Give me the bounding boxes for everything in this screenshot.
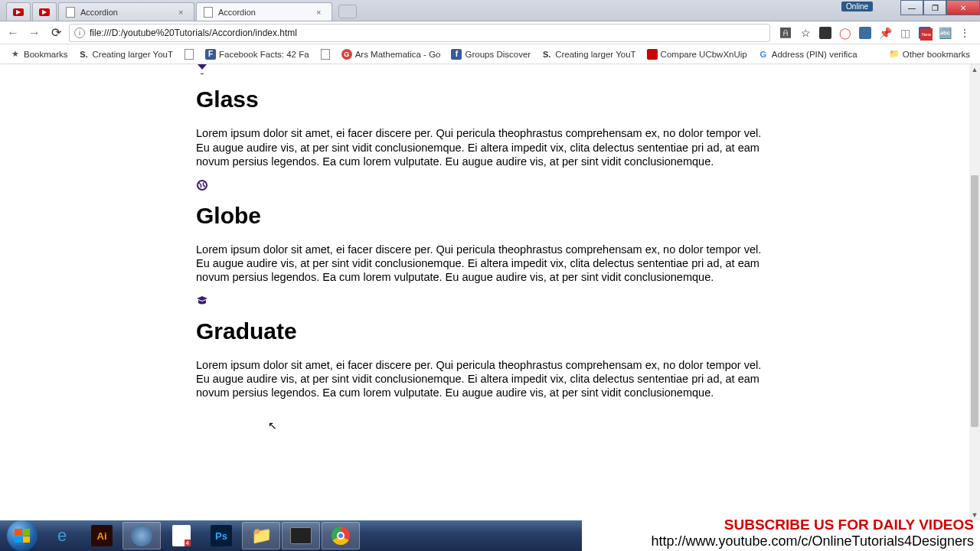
online-badge: Online — [841, 2, 873, 11]
tab-strip: ▶ ▶ Accordion × Accordion × Online — ❐ ✕ — [0, 0, 980, 21]
page-viewport: dolor tempor vel. Eu augue audire vis, a… — [0, 64, 969, 520]
site-icon: S. — [79, 49, 90, 60]
youtube-icon: ▶ — [39, 7, 50, 18]
bookmark-item[interactable]: GAddress (PIN) verifica — [754, 47, 861, 61]
page-content: dolor tempor vel. Eu augue audire vis, a… — [196, 64, 775, 411]
taskbar-explorer[interactable]: 📁 — [242, 522, 280, 549]
fb-icon: f — [451, 49, 462, 60]
bookmark-item[interactable] — [316, 47, 335, 61]
bookmark-item[interactable] — [180, 47, 198, 61]
taskbar-photoshop[interactable]: Ps — [202, 522, 240, 549]
bookmark-item[interactable]: GArs Mathematica - Go — [338, 47, 445, 61]
tab-accordion-2[interactable]: Accordion × — [196, 2, 332, 21]
start-button[interactable] — [3, 522, 41, 549]
glass-icon — [196, 64, 775, 77]
section-heading-globe: Globe — [196, 203, 775, 229]
address-bar-row: ← → ⟳ i file:///D:/youtube%20Tutorials/A… — [0, 21, 980, 44]
taskbar-ie[interactable]: e — [43, 522, 81, 549]
page-icon — [320, 49, 331, 60]
maximize-button[interactable]: ❐ — [923, 0, 946, 15]
g-icon: G — [341, 49, 352, 60]
bookmark-item[interactable]: FFacebook Facts: 42 Fa — [201, 47, 313, 61]
body-text: Lorem ipsum dolor sit amet, ei facer dis… — [196, 243, 775, 284]
bookmarks-label[interactable]: ★Bookmarks — [6, 47, 72, 61]
scroll-track[interactable] — [969, 75, 980, 510]
fb-icon: F — [205, 49, 216, 60]
youtube-icon: ▶ — [13, 7, 24, 18]
tab-title: Accordion — [218, 8, 312, 17]
globe-icon — [196, 179, 775, 194]
minimize-button[interactable]: — — [900, 0, 923, 15]
google-icon: G — [758, 49, 769, 60]
star-icon: ★ — [10, 49, 21, 60]
chrome-menu-button[interactable]: ⋮ — [959, 27, 971, 39]
svg-point-0 — [198, 181, 207, 190]
close-tab-icon[interactable]: × — [316, 8, 325, 17]
overlay-watermark: SUBSCRIBE US FOR DAILY VIDEOS http://www… — [651, 517, 974, 549]
other-bookmarks[interactable]: 📁Other bookmarks — [885, 47, 974, 61]
bookmark-item[interactable]: S.Creating larger YouT — [537, 47, 639, 61]
site-icon: S. — [541, 49, 552, 60]
taskbar-app-1[interactable] — [122, 522, 161, 549]
back-button[interactable]: ← — [5, 24, 21, 41]
ext-icon-2[interactable]: ◯ — [839, 27, 851, 39]
taskbar-terminal[interactable] — [282, 522, 320, 549]
bookmark-star-icon[interactable]: ☆ — [799, 27, 812, 39]
body-text: Lorem ipsum dolor sit amet, ei facer dis… — [196, 358, 775, 399]
ext-icon-5[interactable]: ◫ — [899, 27, 911, 39]
overlay-line2: http://www.youtube.com/c/OnlineTutorials… — [651, 533, 974, 549]
translate-icon[interactable]: 🅰 — [779, 27, 792, 39]
overlay-line1: SUBSCRIBE US FOR DAILY VIDEOS — [651, 517, 974, 533]
page-icon — [203, 7, 214, 18]
bookmark-item[interactable]: fGroups Discover — [447, 47, 534, 61]
page-icon — [65, 7, 76, 18]
tab-title: Accordion — [80, 8, 174, 17]
tab-youtube-2[interactable]: ▶ — [32, 2, 57, 21]
tab-youtube-1[interactable]: ▶ — [6, 2, 31, 21]
close-window-button[interactable]: ✕ — [946, 0, 980, 15]
section-heading-glass: Glass — [196, 86, 775, 112]
bookmark-item[interactable]: S.Creating larger YouT — [75, 47, 177, 61]
tab-accordion-1[interactable]: Accordion × — [58, 2, 194, 21]
ext-icon-3[interactable] — [859, 27, 871, 39]
window-controls: — ❐ ✕ — [900, 0, 980, 15]
site-info-icon[interactable]: i — [74, 28, 85, 38]
ext-icon-1[interactable] — [819, 27, 831, 39]
ext-icon-4[interactable]: 📌 — [879, 27, 891, 39]
ext-icon-7[interactable]: 🔤 — [939, 27, 951, 39]
new-tab-button[interactable] — [338, 5, 357, 18]
sb-icon — [647, 49, 658, 60]
body-text: Lorem ipsum dolor sit amet, ei facer dis… — [196, 126, 775, 168]
scroll-thumb[interactable] — [971, 175, 978, 427]
address-bar[interactable]: i file:///D:/youtube%20Tutorials/Accordi… — [69, 24, 770, 42]
folder-icon: 📁 — [889, 49, 900, 60]
page-icon — [184, 49, 194, 60]
bookmarks-bar: ★Bookmarks S.Creating larger YouT FFaceb… — [0, 44, 980, 64]
reload-button[interactable]: ⟳ — [47, 24, 64, 41]
forward-button[interactable]: → — [26, 24, 43, 41]
taskbar-illustrator[interactable]: Ai — [83, 522, 121, 549]
graduate-icon — [196, 295, 775, 309]
ext-icon-6[interactable]: New — [919, 27, 931, 39]
url-text: file:///D:/youtube%20Tutorials/Accordion… — [90, 28, 765, 38]
scroll-up-button[interactable]: ▲ — [969, 64, 980, 75]
windows-taskbar: e Ai 4 Ps 📁 — [0, 520, 582, 551]
section-heading-graduate: Graduate — [196, 318, 775, 344]
taskbar-chrome[interactable] — [322, 522, 360, 549]
bookmark-item[interactable]: Compare UCbwXnUip — [643, 47, 751, 61]
taskbar-app-2[interactable]: 4 — [162, 522, 201, 549]
close-tab-icon[interactable]: × — [178, 8, 188, 17]
vertical-scrollbar[interactable]: ▲ ▼ — [969, 64, 980, 520]
